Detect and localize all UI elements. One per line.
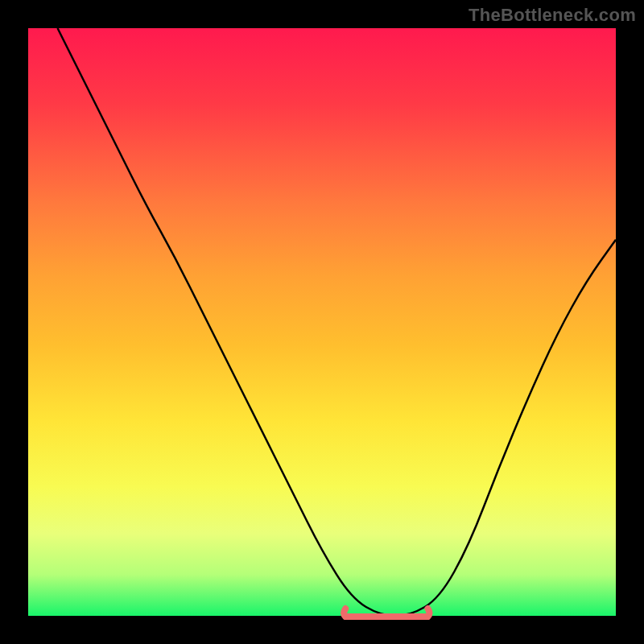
chart-frame: TheBottleneck.com	[0, 0, 644, 644]
watermark-text: TheBottleneck.com	[469, 5, 636, 26]
bottleneck-curve	[58, 28, 617, 616]
plot-area	[28, 28, 616, 616]
curve-svg	[28, 28, 616, 616]
optimal-marker	[344, 609, 429, 617]
